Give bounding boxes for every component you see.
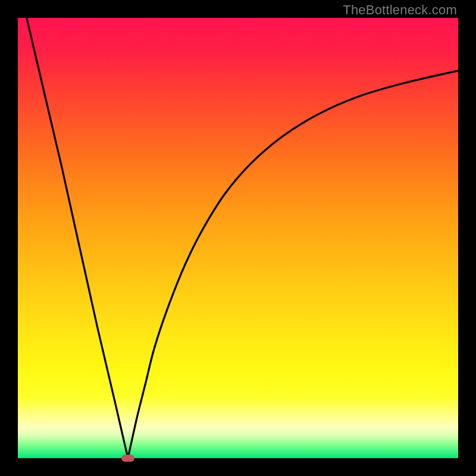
bottleneck-chart	[18, 18, 458, 458]
minimum-marker	[121, 455, 134, 462]
watermark-text: TheBottleneck.com	[343, 2, 457, 18]
chart-frame	[18, 18, 458, 458]
gradient-background	[18, 18, 458, 458]
